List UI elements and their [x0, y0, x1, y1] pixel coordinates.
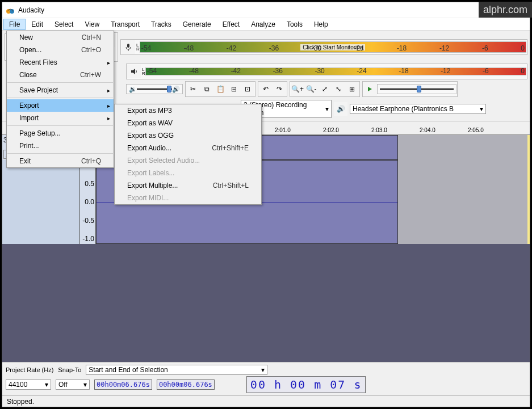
menu-generate[interactable]: Generate [177, 19, 217, 30]
cut-button[interactable]: ✂ [186, 82, 200, 96]
track-scale-ch2: 1.0 0.5 0.0 -0.5 -1.0 [80, 160, 96, 244]
speed-slider[interactable] [377, 84, 456, 94]
empty-track-area[interactable] [2, 244, 530, 362]
fit-project-button[interactable]: ⤡ [332, 82, 345, 96]
export-menu-item[interactable]: Export Multiple...Ctrl+Shift+L [115, 179, 261, 192]
mic-icon [122, 40, 135, 54]
project-rate-select[interactable]: 44100▾ [6, 380, 51, 390]
rec-meter-toolbar: LR Click to Start Monitoring -54-48-42-3… [120, 39, 527, 55]
copy-button[interactable]: ⧉ [200, 82, 213, 96]
export-submenu-popup: Export as MP3Export as WAVExport as OGGE… [114, 104, 262, 205]
menu-tracks[interactable]: Tracks [145, 19, 177, 30]
export-menu-item: Export MIDI... [115, 192, 261, 204]
file-menu-item[interactable]: Export▸ [7, 99, 114, 112]
recording-meter[interactable]: Click to Start Monitoring -54-48-42-36-3… [140, 41, 526, 53]
vol-plus-icon: 🔊 [172, 86, 180, 93]
play-at-speed-toolbar [362, 81, 458, 97]
selection-start-time[interactable]: 00h00m06.676s [94, 380, 152, 390]
output-device-select[interactable]: Headset Earphone (Plantronics B▾ [350, 104, 486, 114]
zoom-out-button[interactable]: 🔍- [304, 82, 318, 96]
menu-file[interactable]: File [3, 19, 26, 30]
file-menu-item[interactable]: Print... [7, 140, 114, 152]
file-menu-item[interactable]: Save Project▸ [7, 84, 114, 96]
app-icon [6, 6, 15, 15]
volume-slider[interactable]: 🔉 🔊 [126, 84, 183, 94]
export-menu-item: Export Labels... [115, 167, 261, 179]
file-menu-item[interactable]: NewCtrl+N [7, 31, 114, 44]
selection-mode-select[interactable]: Start and End of Selection▾ [86, 365, 267, 375]
silence-button[interactable]: ⊡ [241, 82, 254, 96]
titlebar: Audacity — ☐ ✕ [2, 2, 530, 18]
track-header-ch2[interactable] [2, 160, 80, 244]
playback-meter[interactable]: -54-48-42-36-30-24-18-12-60 [145, 68, 526, 75]
vol-minus-icon: 🔉 [129, 86, 137, 93]
export-menu-item[interactable]: Export Audio...Ctrl+Shift+E [115, 142, 261, 154]
zoom-in-button[interactable]: 🔍+ [291, 82, 304, 96]
file-menu-item[interactable]: Recent Files▸ [7, 56, 114, 69]
menu-help[interactable]: Help [308, 19, 334, 30]
zoom-toolbar: 🔍+ 🔍- ⤢ ⤡ ⊞ [290, 81, 360, 97]
app-title: Audacity [18, 6, 492, 14]
project-rate-label: Project Rate (Hz) [6, 366, 53, 373]
redo-button[interactable]: ↷ [273, 82, 286, 96]
play-meter-ticks: -54-48-42-36-30-24-18-12-60 [146, 67, 526, 75]
file-menu-item[interactable]: Page Setup... [7, 127, 114, 140]
snap-to-select[interactable]: Off▾ [56, 380, 90, 390]
undo-button[interactable]: ↶ [259, 82, 273, 96]
audio-track-ch2: 1.0 0.5 0.0 -0.5 -1.0 [2, 160, 530, 244]
output-icon: 🔊 [334, 102, 347, 116]
fit-selection-button[interactable]: ⤢ [318, 82, 332, 96]
statusbar: Stopped. [2, 395, 530, 407]
paste-button[interactable]: 📋 [213, 82, 227, 96]
export-menu-item[interactable]: Export as WAV [115, 117, 261, 129]
track-area: 32-bit float ▲ Select -0.5 -1.0 1.0 0.5 … [2, 135, 530, 362]
menu-tools[interactable]: Tools [281, 19, 308, 30]
zoom-toggle-button[interactable]: ⊞ [345, 82, 359, 96]
snap-to-label: Snap-To [58, 366, 81, 373]
export-menu-item[interactable]: Export as MP3 [115, 104, 261, 117]
file-menu-item[interactable]: ExitCtrl+Q [7, 155, 114, 167]
watermark: alphr.com [479, 2, 532, 18]
menu-analyze[interactable]: Analyze [245, 19, 281, 30]
file-menu-item[interactable]: CloseCtrl+W [7, 69, 114, 81]
menu-transport[interactable]: Transport [105, 19, 145, 30]
play-meter-toolbar: LR -54-48-42-36-30-24-18-12-60 [126, 64, 527, 79]
audio-position-time[interactable]: 00 h 00 m 07 s [246, 376, 366, 393]
svg-rect-4 [127, 44, 129, 48]
undo-toolbar: ↶ ↷ [258, 81, 287, 97]
meter-hint: Click to Start Monitoring [300, 44, 365, 50]
menu-edit[interactable]: Edit [26, 19, 49, 30]
speaker-icon [127, 65, 141, 78]
menubar: File Edit Select View Transport Tracks G… [2, 18, 530, 31]
menu-view[interactable]: View [79, 19, 105, 30]
export-menu-item: Export Selected Audio... [115, 154, 261, 167]
file-menu-popup: NewCtrl+NOpen...Ctrl+ORecent Files▸Close… [6, 31, 114, 168]
file-menu-item[interactable]: Open...Ctrl+O [7, 44, 114, 56]
selection-end-time[interactable]: 00h00m06.676s [157, 380, 215, 390]
menu-effect[interactable]: Effect [217, 19, 245, 30]
file-menu-item[interactable]: Import▸ [7, 112, 114, 124]
export-menu-item[interactable]: Export as OGG [115, 129, 261, 142]
trim-button[interactable]: ⊟ [227, 82, 241, 96]
status-text: Stopped. [7, 398, 34, 406]
edit-toolbar: ✂ ⧉ 📋 ⊟ ⊡ [185, 81, 255, 97]
selection-toolbar: Project Rate (Hz) Snap-To Start and End … [2, 362, 530, 395]
play-at-speed-button[interactable] [363, 82, 377, 96]
menu-select[interactable]: Select [49, 19, 79, 30]
